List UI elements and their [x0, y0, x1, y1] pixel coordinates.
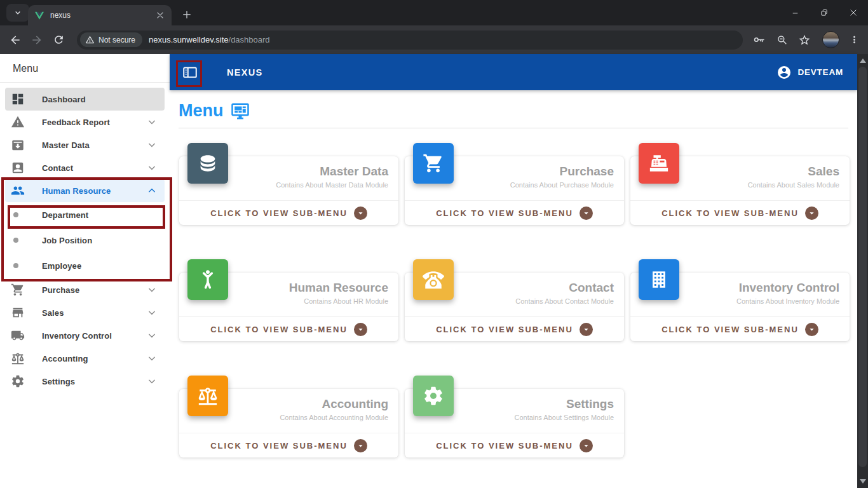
menu-down-icon [354, 207, 367, 220]
sidebar-item-contact[interactable]: Contact [5, 156, 165, 179]
sidebar-item-label: Contact [42, 163, 73, 173]
view-submenu-button[interactable]: CLICK TO VIEW SUB-MENU [405, 433, 624, 458]
sidebar-subitem-label: Job Position [42, 236, 92, 245]
bookmark-star-icon[interactable] [796, 32, 813, 48]
scroll-up-icon[interactable] [860, 58, 866, 63]
chevron-down-icon [146, 116, 158, 128]
new-tab-button[interactable] [178, 6, 196, 24]
module-card-human-resource: Human ResourceContains About HR ModuleCL… [179, 259, 398, 341]
menu-down-icon [354, 439, 367, 452]
sidebar-item-label: Human Resource [42, 186, 111, 196]
sidebar-subitem-employee[interactable]: Employee [5, 253, 165, 278]
chevron-down-icon [146, 375, 158, 388]
sidebar-toggle-button[interactable] [182, 64, 198, 81]
sidebar-item-master-data[interactable]: Master Data [5, 133, 165, 156]
view-submenu-button[interactable]: CLICK TO VIEW SUB-MENU [179, 316, 398, 341]
cog-icon [11, 374, 25, 388]
url-text: nexus.sunwelldev.site/dashboard [149, 35, 270, 44]
view-submenu-button[interactable]: CLICK TO VIEW SUB-MENU [179, 433, 398, 458]
view-submenu-button[interactable]: CLICK TO VIEW SUB-MENU [630, 316, 850, 341]
tab-search-button[interactable] [6, 4, 29, 22]
module-card-sales: SalesContains About Sales ModuleCLICK TO… [630, 143, 850, 225]
security-chip[interactable]: Not secure [80, 32, 142, 47]
back-button[interactable] [4, 29, 26, 51]
sidebar-item-human-resource[interactable]: Human Resource [5, 179, 165, 202]
browser-menu-icon[interactable] [846, 32, 862, 48]
human-handsup-icon [187, 259, 228, 300]
card-description: Contains About Purchase Module [462, 181, 614, 189]
sidebar-item-purchase[interactable]: Purchase [5, 278, 165, 301]
view-dashboard-icon [11, 92, 25, 106]
sidebar-subitem-job-position[interactable]: Job Position [5, 227, 165, 253]
url-bar[interactable]: Not secure nexus.sunwelldev.site/dashboa… [77, 30, 743, 50]
tab-close-icon[interactable] [155, 10, 165, 20]
scrollbar-thumb[interactable] [858, 67, 867, 467]
sidebar-item-label: Master Data [42, 140, 90, 150]
module-card-purchase: PurchaseContains About Purchase ModuleCL… [405, 143, 624, 225]
close-window-button[interactable] [839, 0, 868, 25]
card-description: Contains About HR Module [236, 297, 388, 305]
maximize-button[interactable] [810, 0, 839, 25]
card-title: Human Resource [236, 281, 388, 295]
module-card-master-data: Master DataContains About Master Data Mo… [179, 143, 398, 225]
view-submenu-label: CLICK TO VIEW SUB-MENU [210, 441, 348, 451]
view-submenu-button[interactable]: CLICK TO VIEW SUB-MENU [630, 200, 850, 225]
sidebar-header: Menu [0, 54, 170, 83]
view-submenu-label: CLICK TO VIEW SUB-MENU [661, 325, 799, 334]
reload-button[interactable] [48, 29, 69, 51]
bullet-icon [13, 212, 18, 217]
forward-button[interactable] [26, 29, 48, 51]
module-card-accounting: AccountingContains About Accounting Modu… [179, 376, 398, 458]
browser-tab[interactable]: nexus [28, 5, 172, 25]
view-submenu-button[interactable]: CLICK TO VIEW SUB-MENU [405, 316, 624, 341]
cog-icon [413, 376, 454, 416]
profile-avatar[interactable] [822, 31, 839, 48]
sidebar-item-sales[interactable]: Sales [5, 301, 165, 324]
appbar: NEXUS DEVTEAM [170, 54, 857, 90]
sidebar-item-label: Dashboard [42, 95, 86, 104]
sidebar-subitem-label: Employee [42, 261, 81, 271]
password-key-icon[interactable] [750, 32, 767, 48]
view-submenu-label: CLICK TO VIEW SUB-MENU [436, 441, 573, 451]
view-submenu-button[interactable]: CLICK TO VIEW SUB-MENU [179, 200, 398, 225]
heading-divider [179, 128, 848, 128]
sidebar-item-accounting[interactable]: Accounting [5, 347, 165, 370]
menu-down-icon [580, 207, 593, 220]
scale-balance-icon [11, 351, 25, 365]
card-description: Contains About Accounting Module [236, 414, 388, 421]
sidebar-nav: DashboardFeedback ReportMaster DataConta… [0, 83, 170, 393]
zoom-icon[interactable] [773, 32, 790, 48]
tab-title: nexus [50, 11, 155, 20]
module-card-inventory-control: Inventory ControlContains About Inventor… [630, 259, 850, 341]
sidebar-item-dashboard[interactable]: Dashboard [5, 88, 165, 111]
card-title: Inventory Control [688, 281, 839, 295]
sidebar-toggle-icon [182, 64, 198, 81]
view-submenu-label: CLICK TO VIEW SUB-MENU [436, 325, 573, 334]
card-title: Sales [688, 165, 839, 179]
chevron-down-icon [146, 139, 158, 151]
user-menu[interactable]: DEVTEAM [776, 65, 843, 80]
card-title: Master Data [236, 165, 388, 179]
sidebar-item-feedback-report[interactable]: Feedback Report [5, 111, 165, 133]
page-scrollbar[interactable] [857, 54, 868, 488]
account-box-icon [11, 161, 25, 175]
module-card-settings: SettingsContains About Settings ModuleCL… [405, 376, 624, 458]
sidebar-item-label: Inventory Control [42, 331, 112, 341]
sidebar-item-inventory-control[interactable]: Inventory Control [5, 324, 165, 347]
card-description: Contains About Master Data Module [236, 181, 388, 189]
scroll-down-icon[interactable] [860, 479, 866, 484]
card-description: Contains About Contact Module [462, 297, 614, 305]
sidebar-item-settings[interactable]: Settings [5, 370, 165, 393]
menu-down-icon [354, 323, 367, 336]
view-submenu-button[interactable]: CLICK TO VIEW SUB-MENU [405, 200, 624, 225]
chevron-down-icon [146, 283, 158, 296]
toolbar-actions [750, 31, 862, 48]
cart-icon [413, 143, 454, 184]
account-group-icon [11, 184, 25, 198]
page-title: Menu [179, 101, 857, 121]
card-description: Contains About Inventory Module [688, 297, 839, 305]
card-title: Purchase [462, 165, 614, 179]
minimize-button[interactable] [780, 0, 810, 25]
card-title: Settings [462, 397, 614, 411]
sidebar-subitem-department[interactable]: Department [5, 202, 165, 227]
